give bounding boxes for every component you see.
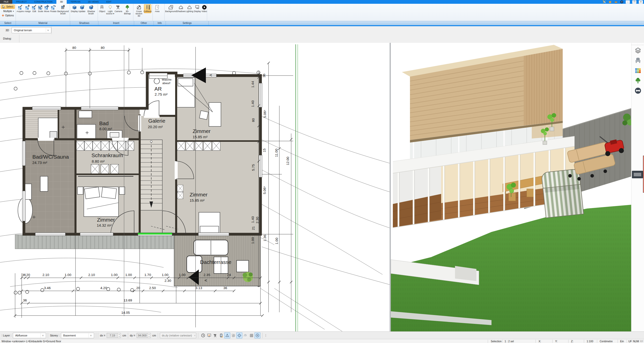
- status-toolbar: ⁞ Layer : Abfluesse ∨ Storey : Basement …: [0, 331, 644, 339]
- ribbon-group-settings: Background Shadows Lighting Display Vide…: [165, 4, 207, 21]
- svg-text:15.85 m²: 15.85 m²: [193, 135, 207, 139]
- svg-text:36: 36: [223, 286, 227, 290]
- svg-text:8.00 m²: 8.00 m²: [99, 127, 112, 131]
- coordinate-mode-select[interactable]: dx,dy (relative cartesian) ∨: [160, 333, 196, 338]
- video-button[interactable]: Video: [201, 4, 207, 13]
- move-button[interactable]: Move: [44, 4, 50, 13]
- svg-text:2.10: 2.10: [43, 273, 49, 277]
- tab-edit[interactable]: EDIT: [103, 0, 116, 4]
- group-label-material: Material: [16, 21, 70, 25]
- cone-icon[interactable]: [224, 332, 230, 338]
- camera-icon: [116, 5, 121, 10]
- area-button[interactable]: ?Area: [154, 4, 161, 13]
- multiple-button[interactable]: Multiple▾: [1, 9, 15, 13]
- restore-button[interactable]: ❐: [632, 0, 636, 4]
- shadow-update-button[interactable]: Update: [78, 4, 86, 13]
- layer-select[interactable]: Abfluesse ∨: [13, 333, 46, 338]
- layers-icon[interactable]: [635, 47, 641, 54]
- room-label-schrankraum: Schrankraum: [92, 152, 123, 158]
- video-play-icon: [202, 5, 207, 10]
- collision-button[interactable]: Collision: [144, 4, 151, 13]
- minimize-button[interactable]: –: [626, 0, 630, 4]
- selection-label: Selection: [491, 339, 502, 343]
- plan-canvas-2d[interactable]: A A: [0, 43, 390, 331]
- toolbar-grip: ⁞: [2, 334, 2, 337]
- shadow-display-button[interactable]: Display: [71, 4, 78, 13]
- floor-plan: A A: [0, 43, 390, 331]
- svg-text:1.36: 1.36: [263, 235, 267, 241]
- deck-chair: [237, 260, 249, 272]
- tab-file[interactable]: FILE: [0, 0, 12, 4]
- close-button[interactable]: ✕: [639, 0, 643, 4]
- tree-icon[interactable]: [635, 77, 641, 84]
- tree-icon: [125, 5, 130, 10]
- 3d-bitmap-button[interactable]: 3D-Bitmap: [122, 4, 132, 15]
- device-icon[interactable]: [218, 332, 224, 338]
- scale-button[interactable]: Scale: [37, 4, 44, 13]
- ein-indicator: Ein: [620, 339, 624, 343]
- object-button[interactable]: Object: [99, 4, 106, 13]
- terrain-select[interactable]: Original terrain ∨: [12, 27, 51, 33]
- tab-project[interactable]: PROJECT: [12, 0, 30, 4]
- dy-input[interactable]: 94.069 ▲▼: [137, 333, 151, 338]
- light-source-button[interactable]: Light source ▾: [106, 4, 115, 15]
- select-button[interactable]: Select: [1, 5, 15, 9]
- shadow-update-icon: [80, 5, 85, 10]
- background-settings-button[interactable]: Background: [165, 4, 176, 13]
- palette-icon[interactable]: [635, 67, 641, 74]
- shadow-brush-button[interactable]: Shadow brush: [86, 4, 96, 15]
- workspace: A A: [0, 43, 644, 331]
- grid-icon[interactable]: [248, 332, 254, 338]
- help-icon[interactable]: ?: [620, 0, 623, 4]
- room-label-galerie: Galerie: [148, 118, 165, 124]
- storey-select[interactable]: Basement ∨: [61, 333, 94, 338]
- north-icon[interactable]: N: [254, 332, 260, 338]
- cross-section-3d-button[interactable]: Cross section 3D: [134, 4, 144, 18]
- camera-button[interactable]: Camera: [115, 4, 122, 13]
- tab-construction[interactable]: CONSTRUCTION: [30, 0, 56, 4]
- svg-text:20: 20: [136, 286, 140, 290]
- furniture-icon[interactable]: [635, 57, 641, 64]
- assign-button[interactable]: Assign: [24, 4, 31, 13]
- tab-terrain[interactable]: TERRAIN: [67, 0, 84, 4]
- hatch-icon[interactable]: [230, 332, 236, 338]
- dx-stepper[interactable]: ▲▼: [117, 333, 121, 338]
- edit-button[interactable]: Edit: [31, 4, 37, 13]
- assign-icon: [25, 5, 30, 10]
- dining-chair: [527, 189, 534, 197]
- rotate-button[interactable]: Rotate: [50, 4, 57, 13]
- group-label-shadows: Shadows: [70, 21, 98, 25]
- render-settings-icon[interactable]: [206, 332, 212, 338]
- diamond-icon[interactable]: [236, 332, 242, 338]
- more-kebab[interactable]: ⋮: [264, 334, 268, 337]
- contour-icon[interactable]: [242, 332, 248, 338]
- svg-text:2.10: 2.10: [88, 273, 95, 277]
- tab-2d-views[interactable]: 2D VIEWS: [84, 0, 103, 4]
- tab-3d[interactable]: 3D: [56, 0, 67, 4]
- render-canvas-3d[interactable]: [391, 43, 631, 331]
- shadows-settings-button[interactable]: Shadows: [177, 4, 185, 13]
- options-button[interactable]: Options: [1, 14, 15, 17]
- coord-x: X:: [539, 339, 541, 343]
- card-icon[interactable]: [614, 0, 618, 4]
- catalog-icon[interactable]: [609, 0, 612, 4]
- panel-handle[interactable]: [632, 171, 643, 178]
- coord-y: Y:: [555, 339, 557, 343]
- camera-icon[interactable]: [212, 332, 218, 338]
- display-settings-button[interactable]: Display: [194, 4, 201, 13]
- background-brush-button[interactable]: Background brush: [57, 4, 69, 15]
- dx-input[interactable]: 7.19 ▲▼: [107, 333, 121, 338]
- ribbon-group-info: ?Area: [153, 4, 165, 21]
- svg-text:8.80 m²: 8.80 m²: [92, 159, 105, 163]
- chevron-down-icon: ∨: [41, 333, 45, 338]
- coord-z: Z:: [571, 339, 573, 343]
- lighting-settings-button[interactable]: Lighting: [185, 4, 194, 13]
- scale-indicator[interactable]: 1:100: [587, 339, 593, 343]
- unit-indicator[interactable]: Centimetre: [600, 339, 613, 343]
- remote-icon[interactable]: [635, 87, 641, 94]
- time-icon[interactable]: [200, 332, 206, 338]
- render-scene: [391, 43, 631, 331]
- acquire-button[interactable]: Acquire: [17, 4, 24, 13]
- tools-icon[interactable]: [603, 0, 606, 4]
- dy-stepper[interactable]: ▲▼: [147, 333, 150, 338]
